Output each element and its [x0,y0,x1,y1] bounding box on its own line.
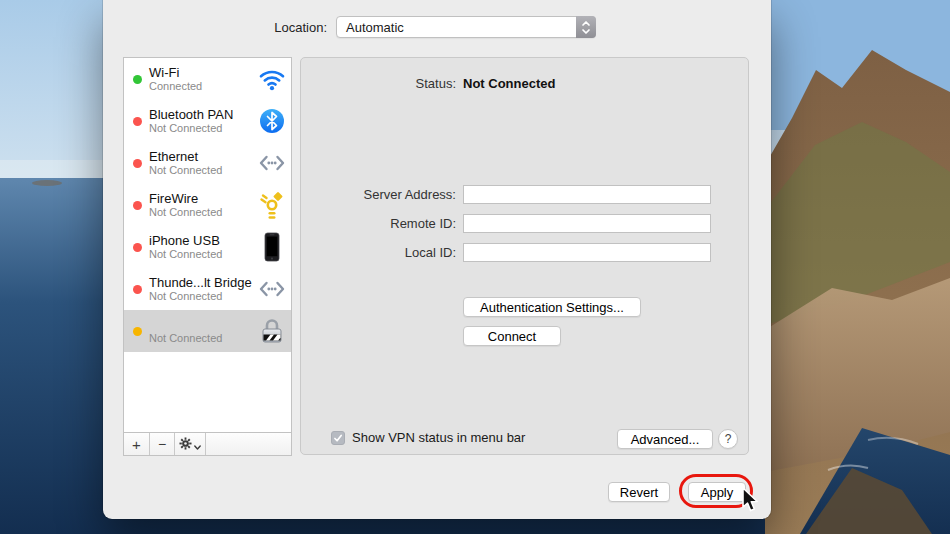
status-dot-amber [133,327,142,336]
service-status: Not Connected [149,332,222,345]
vpn-settings-pane: Status: Not Connected Server Address: Re… [300,57,749,455]
service-status: Not Connected [149,248,222,261]
desktop: Location: Automatic Wi-Fi Connect [0,0,950,534]
ethernet-icon [257,152,287,174]
remote-id-row: Remote ID: [301,213,711,233]
server-address-input[interactable] [463,185,711,204]
bluetooth-icon [257,108,287,134]
service-name [149,317,222,332]
status-dot-red [133,285,142,294]
service-status: Not Connected [149,290,252,303]
ethernet-icon [257,278,287,300]
vpn-status-checkbox-row: Show VPN status in menu bar [331,430,525,445]
vpn-status-checkbox-label: Show VPN status in menu bar [352,430,525,445]
mouse-cursor [740,486,762,518]
service-name: iPhone USB [149,233,222,248]
service-row-vpn-selected[interactable]: Not Connected [124,310,291,352]
popup-stepper-icon [576,16,596,38]
help-button[interactable]: ? [718,429,738,449]
server-address-row: Server Address: [301,184,711,204]
wifi-icon [257,68,287,91]
revert-button[interactable]: Revert [608,482,670,502]
service-actions-button[interactable] [175,433,206,455]
service-name: Ethernet [149,149,222,164]
service-row-iphone-usb[interactable]: iPhone USB Not Connected [124,226,291,268]
location-row: Location: Automatic [103,16,771,38]
vpn-lock-icon [257,316,287,346]
remove-service-button[interactable]: − [150,433,175,455]
authentication-settings-button[interactable]: Authentication Settings... [463,297,641,317]
status-dot-red [133,159,142,168]
services-sidebar: Wi-Fi Connected [123,57,292,456]
gear-icon [179,436,192,453]
local-id-label: Local ID: [301,245,456,260]
service-row-bluetooth-pan[interactable]: Bluetooth PAN Not Connected [124,100,291,142]
service-name: Bluetooth PAN [149,107,233,122]
local-id-input[interactable] [463,243,711,262]
service-status: Connected [149,80,202,93]
local-id-row: Local ID: [301,242,711,262]
service-name: Wi-Fi [149,65,202,80]
remote-id-input[interactable] [463,214,711,233]
status-dot-red [133,117,142,126]
vpn-status-checkbox[interactable] [331,431,345,445]
sidebar-footer-toolbar: + − [124,432,291,455]
services-list: Wi-Fi Connected [124,58,291,432]
service-row-ethernet[interactable]: Ethernet Not Connected [124,142,291,184]
status-row: Status: Not Connected [301,76,555,91]
status-label: Status: [301,76,456,91]
firewire-icon [257,190,287,220]
status-value: Not Connected [463,76,555,91]
add-service-button[interactable]: + [124,433,150,455]
service-status: Not Connected [149,206,222,219]
server-address-label: Server Address: [301,187,456,202]
chevron-down-icon [194,436,201,453]
connect-button[interactable]: Connect [463,326,561,346]
service-status: Not Connected [149,122,233,135]
service-name: FireWire [149,191,222,206]
location-label: Location: [103,20,327,35]
service-row-firewire[interactable]: FireWire Not Connected [124,184,291,226]
check-icon [333,433,343,443]
status-dot-red [133,243,142,252]
location-popup-value: Automatic [337,20,404,35]
apply-button[interactable]: Apply [688,482,746,502]
status-dot-green [133,75,142,84]
iphone-icon [257,232,287,262]
service-row-wifi[interactable]: Wi-Fi Connected [124,58,291,100]
location-popup[interactable]: Automatic [336,16,596,38]
service-name: Thunde...lt Bridge [149,275,252,290]
service-row-thunderbolt-bridge[interactable]: Thunde...lt Bridge Not Connected [124,268,291,310]
service-status: Not Connected [149,164,222,177]
network-preferences-window: Location: Automatic Wi-Fi Connect [103,0,771,519]
advanced-button[interactable]: Advanced... [617,429,713,449]
status-dot-red [133,201,142,210]
remote-id-label: Remote ID: [301,216,456,231]
